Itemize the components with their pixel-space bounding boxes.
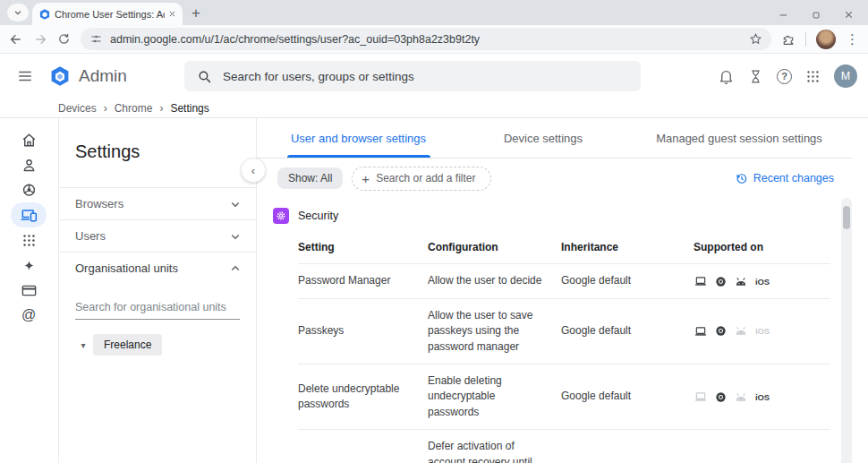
- section-browsers[interactable]: Browsers: [59, 187, 256, 219]
- chevron-down-icon: [13, 8, 22, 17]
- breadcrumb-chrome[interactable]: Chrome: [115, 102, 153, 115]
- filter-bar: Show: All + Search or add a filter Recen…: [257, 159, 852, 198]
- ios-label: iOS: [755, 326, 770, 336]
- security-shield-icon[interactable]: [11, 177, 47, 202]
- tab-search-button[interactable]: [7, 4, 29, 21]
- help-icon[interactable]: ?: [777, 69, 792, 84]
- scrollbar-track[interactable]: [841, 198, 852, 463]
- devices-icon[interactable]: [11, 202, 47, 227]
- browser-menu-icon[interactable]: ⋮: [846, 31, 859, 47]
- org-unit-chip[interactable]: Freelance: [93, 334, 162, 356]
- reload-icon[interactable]: [57, 32, 71, 46]
- panel-title: Settings: [59, 118, 256, 187]
- ios-label: iOS: [755, 392, 770, 402]
- tab-device-settings[interactable]: Device settings: [460, 118, 626, 158]
- section-label: Users: [75, 229, 106, 243]
- forward-icon[interactable]: [33, 32, 47, 47]
- chevron-down-icon: [227, 228, 243, 244]
- col-setting: Setting: [298, 240, 428, 255]
- setting-cell[interactable]: Passkeys: [298, 323, 428, 339]
- account-avatar[interactable]: M: [834, 64, 857, 88]
- bookmark-star-icon[interactable]: [749, 32, 762, 46]
- show-all-chip[interactable]: Show: All: [277, 167, 343, 189]
- billing-card-icon[interactable]: [11, 278, 47, 303]
- window-close-icon[interactable]: [844, 10, 854, 20]
- header-actions: ? M: [718, 64, 857, 88]
- table-row[interactable]: Account recovery Defer activation of acc…: [298, 429, 830, 463]
- desktop-icon: [694, 325, 708, 338]
- configuration-cell: Allow the user to decide: [428, 273, 561, 288]
- org-unit-expand-icon[interactable]: ▾: [77, 340, 89, 350]
- notifications-bell-icon[interactable]: [718, 68, 735, 85]
- chrome-icon: [715, 276, 727, 287]
- site-info-icon[interactable]: [89, 32, 103, 46]
- account-at-icon[interactable]: @: [11, 303, 47, 328]
- desktop-icon: [694, 390, 708, 403]
- minimize-icon[interactable]: [779, 10, 788, 20]
- android-icon: [734, 391, 748, 403]
- supported-on-cell: iOS: [694, 325, 830, 338]
- browser-profile-avatar[interactable]: [816, 30, 836, 49]
- recent-changes-link[interactable]: Recent changes: [735, 172, 834, 185]
- panel-collapse-button[interactable]: ‹: [241, 158, 266, 183]
- org-unit-search[interactable]: [75, 298, 240, 320]
- admin-header: Admin ? M: [0, 54, 868, 99]
- col-configuration: Configuration: [428, 240, 561, 255]
- plus-icon: +: [362, 171, 370, 186]
- table-row[interactable]: Password Manager Allow the user to decid…: [298, 263, 830, 297]
- hourglass-icon[interactable]: [748, 69, 763, 84]
- section-label: Organisational units: [75, 262, 178, 275]
- apps-grid-icon[interactable]: [805, 69, 821, 84]
- section-label: Browsers: [75, 197, 123, 210]
- gemini-sparkle-icon[interactable]: [11, 253, 47, 278]
- org-unit-row[interactable]: ▾ Freelance: [77, 334, 256, 356]
- chevron-separator: ›: [104, 102, 107, 115]
- setting-cell[interactable]: Delete undecryptable passwords: [298, 382, 428, 413]
- apps-icon[interactable]: [11, 227, 47, 253]
- directory-person-icon[interactable]: [11, 152, 47, 177]
- extensions-icon[interactable]: [781, 32, 796, 47]
- main-area: User and browser settings Device setting…: [257, 118, 852, 463]
- new-tab-button[interactable]: +: [191, 5, 200, 21]
- back-icon[interactable]: [9, 32, 23, 47]
- maximize-icon[interactable]: [812, 11, 821, 20]
- configuration-cell: Allow the user to save passkeys using th…: [428, 308, 561, 355]
- section-users[interactable]: Users: [59, 219, 256, 252]
- scrollbar-thumb[interactable]: [843, 206, 850, 229]
- admin-search-bar[interactable]: [184, 61, 641, 91]
- ios-label: iOS: [755, 277, 770, 287]
- android-icon: [734, 325, 748, 337]
- browser-tab[interactable]: Chrome User Settings: Admin C: [32, 3, 183, 25]
- security-gear-icon: [273, 208, 289, 224]
- settings-tabs: User and browser settings Device setting…: [257, 118, 852, 159]
- configuration-cell: Enable deleting undecryptable passwords: [428, 373, 561, 420]
- add-filter-button[interactable]: + Search or add a filter: [352, 167, 490, 191]
- breadcrumb-settings: Settings: [170, 102, 208, 115]
- table-row[interactable]: Delete undecryptable passwords Enable de…: [298, 364, 830, 429]
- history-clock-icon: [735, 172, 748, 185]
- admin-logo[interactable]: Admin: [48, 64, 149, 88]
- main-menu-icon[interactable]: [14, 68, 36, 84]
- tab-managed-guest-session-settings[interactable]: Managed guest session settings: [626, 118, 852, 158]
- inheritance-cell: Google default: [561, 323, 694, 339]
- home-icon[interactable]: [11, 127, 47, 152]
- section-organisational-units[interactable]: Organisational units: [59, 252, 256, 284]
- tab-label: User and browser settings: [291, 132, 426, 145]
- inheritance-cell: Google default: [561, 389, 694, 404]
- table-row[interactable]: Passkeys Allow the user to save passkeys…: [298, 298, 830, 364]
- add-filter-label: Search or add a filter: [376, 172, 475, 184]
- chrome-icon: [715, 391, 727, 403]
- supported-on-cell: iOS: [694, 390, 830, 403]
- security-section-header: Security: [257, 198, 852, 231]
- tab-close-icon[interactable]: [168, 10, 176, 18]
- tab-user-and-browser-settings[interactable]: User and browser settings: [257, 118, 460, 158]
- configuration-cell: Defer activation of account recovery unt…: [428, 439, 561, 463]
- chrome-icon: [715, 325, 727, 337]
- breadcrumb-devices[interactable]: Devices: [58, 102, 97, 115]
- admin-search-input[interactable]: [223, 70, 628, 83]
- url-bar[interactable]: admin.google.com/u/1/ac/chrome/settings/…: [81, 28, 771, 50]
- android-icon: [734, 276, 748, 287]
- col-inheritance: Inheritance: [561, 240, 694, 255]
- setting-cell[interactable]: Password Manager: [298, 273, 428, 288]
- org-unit-search-input[interactable]: [75, 298, 240, 320]
